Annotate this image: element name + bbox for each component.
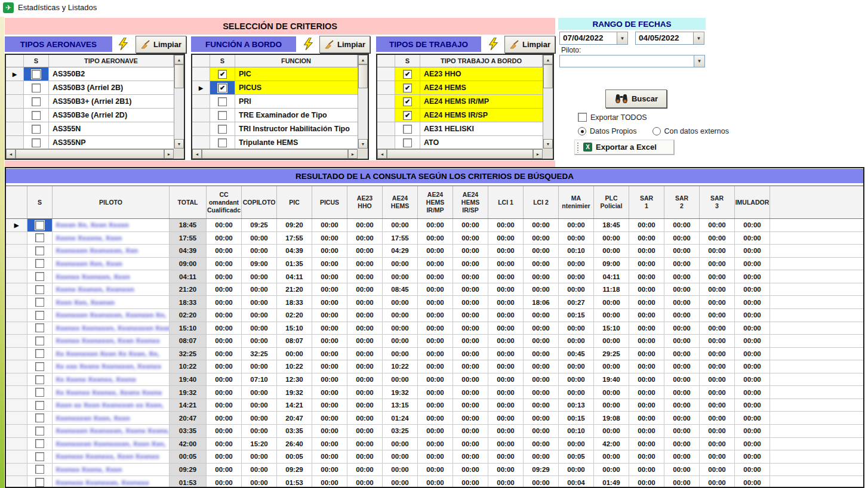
checkbox-cell[interactable]: ✔ <box>210 67 235 81</box>
checkbox-cell[interactable] <box>27 399 53 412</box>
clear-button-aeronaves[interactable]: Limpiar <box>136 36 186 53</box>
row-selector-cell[interactable] <box>192 122 210 135</box>
row-checkbox[interactable] <box>35 221 44 230</box>
row-selector-cell[interactable] <box>6 476 27 487</box>
list-item[interactable]: ▶AS350B2 <box>6 67 174 81</box>
clear-button-trabajo[interactable]: Limpiar <box>504 36 555 53</box>
row-checkbox[interactable] <box>35 465 44 474</box>
vertical-scrollbar[interactable]: ▲▼ <box>174 55 184 149</box>
row-checkbox[interactable]: ✔ <box>403 84 412 92</box>
checkbox-cell[interactable] <box>27 219 53 231</box>
checkbox-cell[interactable] <box>27 283 53 296</box>
list-item[interactable]: ✔AE24 HEMS <box>377 81 543 95</box>
row-checkbox[interactable] <box>218 125 227 134</box>
clear-button-funcion[interactable]: Limpiar <box>319 36 370 53</box>
horizontal-scroll-thumb[interactable] <box>387 149 533 159</box>
result-row[interactable]: Xxxnxxxn Xxxnxxxn, Xxxnxxn Xn,02:2000:00… <box>6 309 863 322</box>
checkbox-cell[interactable] <box>27 373 53 386</box>
row-checkbox[interactable] <box>32 111 41 120</box>
checkbox-cell[interactable] <box>27 258 53 270</box>
row-checkbox[interactable] <box>35 362 44 371</box>
row-checkbox[interactable] <box>32 97 41 106</box>
date-to-combobox[interactable]: 04/05/2022 ▼ <box>635 32 704 45</box>
row-selector-cell[interactable] <box>6 136 24 149</box>
checkbox-cell[interactable]: ✔ <box>395 109 420 122</box>
checkbox-cell[interactable] <box>27 360 53 373</box>
scroll-up-button[interactable]: ▲ <box>358 55 368 64</box>
row-checkbox[interactable] <box>32 125 41 134</box>
result-row[interactable]: Xx Xxxnxxxn Xxxn Xx Xxxn, Xn,32:2500:003… <box>6 348 863 361</box>
result-row[interactable]: Xxxnxxxn Xxn, Xxxn09:0000:0009:0001:3500… <box>6 258 863 271</box>
export-excel-button[interactable]: X Exportar a Excel <box>574 140 675 155</box>
row-selector-cell[interactable] <box>6 399 27 412</box>
scroll-left-button[interactable]: ◄ <box>6 149 16 159</box>
result-row[interactable]: Xxxnxxx Xxxnxxx, Xxxn Xxxnxx00:0500:0000… <box>6 450 863 464</box>
list-item[interactable]: AS355N <box>6 122 174 136</box>
row-checkbox[interactable] <box>403 125 412 134</box>
checkbox-cell[interactable] <box>27 412 53 424</box>
checkbox-cell[interactable] <box>27 438 53 450</box>
result-row[interactable]: Xxxn xx Xxxn Xxxnxxxn xx Xxxn,14:2100:00… <box>6 399 863 412</box>
row-checkbox[interactable] <box>35 427 44 436</box>
result-row[interactable]: Xx Xxxnx Xxxnxx, Xxxnx19:4000:0007:1012:… <box>6 373 863 387</box>
row-checkbox[interactable] <box>35 401 44 410</box>
checkbox-cell[interactable] <box>27 464 53 476</box>
row-selector-cell[interactable] <box>6 270 27 283</box>
row-selector-cell[interactable] <box>6 95 24 108</box>
row-selector-cell[interactable] <box>6 412 27 424</box>
list-item[interactable]: AS350B3 (Arriel 2B) <box>6 81 174 95</box>
row-selector-cell[interactable] <box>6 438 27 450</box>
checkbox-cell[interactable] <box>210 136 235 149</box>
list-item[interactable]: ✔AE24 HEMS IR/SP <box>377 109 543 122</box>
checkbox-cell[interactable] <box>24 81 49 94</box>
result-row[interactable]: Xxxnxx Xxxnxxxn, Xxxn Xxxnxx08:0700:0000… <box>6 335 863 348</box>
results-grid-body[interactable]: ▶Xxxxn Xn, Xxxn Xxxxn18:4500:0009:2509:2… <box>6 219 863 487</box>
scroll-down-button[interactable]: ▼ <box>543 139 553 149</box>
row-selector-cell[interactable] <box>6 360 27 373</box>
checkbox-cell[interactable] <box>27 309 53 322</box>
result-row[interactable]: Xxxnx Xxxxnx, Xxxn17:5500:0000:0017:5500… <box>6 232 863 245</box>
scroll-down-button[interactable]: ▼ <box>174 139 184 149</box>
result-row[interactable]: Xxxnxx Xxxnx, Xxxn09:2900:0000:0009:2900… <box>6 464 863 477</box>
list-item[interactable]: ATO <box>377 136 543 149</box>
row-checkbox[interactable] <box>35 323 44 332</box>
scroll-up-button[interactable]: ▲ <box>174 55 184 64</box>
row-checkbox[interactable] <box>35 259 44 268</box>
row-checkbox[interactable]: ✔ <box>218 70 227 79</box>
radio-con-datos-externos[interactable] <box>652 127 661 135</box>
list-item[interactable]: ✔AE23 HHO <box>377 67 543 81</box>
scroll-down-button[interactable]: ▼ <box>358 139 368 149</box>
chevron-down-icon[interactable]: ▼ <box>693 32 704 44</box>
row-selector-cell[interactable] <box>192 95 210 108</box>
scroll-right-button[interactable]: ► <box>533 149 543 159</box>
list-item[interactable]: AS355NP <box>6 136 174 149</box>
search-button[interactable]: Buscar <box>605 89 667 108</box>
row-selector-cell[interactable] <box>6 309 27 322</box>
result-row[interactable]: Xxxnxx Xxxnxxn, Xxxn04:1100:0000:0004:11… <box>6 270 863 283</box>
horizontal-scrollbar[interactable]: ◄► <box>377 149 543 159</box>
row-selector-cell[interactable] <box>6 81 24 94</box>
row-selector-cell[interactable] <box>6 245 27 257</box>
grid-tipos-aeronaves[interactable]: STIPO AERONAVE▶AS350B2AS350B3 (Arriel 2B… <box>5 54 185 160</box>
list-item[interactable]: AS350B3+ (Arriel 2B1) <box>6 95 174 109</box>
horizontal-scrollbar[interactable]: ◄► <box>192 149 358 159</box>
row-selector-cell[interactable]: ▶ <box>6 219 27 231</box>
row-selector-cell[interactable] <box>6 122 24 135</box>
result-row[interactable]: Xx xxx Xxxnx Xxxnxxxn, Xxxnxx10:2200:000… <box>6 360 863 373</box>
pilot-combobox[interactable]: ▼ <box>559 55 705 67</box>
checkbox-cell[interactable]: ✔ <box>395 95 420 108</box>
checkbox-cell[interactable] <box>24 109 49 122</box>
checkbox-cell[interactable] <box>27 450 53 463</box>
row-selector-cell[interactable] <box>6 109 24 122</box>
horizontal-scroll-thumb[interactable] <box>16 149 164 159</box>
row-selector-cell[interactable] <box>6 283 27 296</box>
list-item[interactable]: TRE Examinador de Tipo <box>192 109 358 122</box>
row-checkbox[interactable] <box>35 452 44 461</box>
row-selector-cell[interactable] <box>377 136 395 149</box>
row-checkbox[interactable] <box>35 233 44 242</box>
row-checkbox[interactable]: ✔ <box>403 111 412 120</box>
result-row[interactable]: Xxxnxxxxn Xxxnxxxxn, Xxxn Xxn,42:0000:00… <box>6 438 863 451</box>
checkbox-cell[interactable] <box>27 476 53 487</box>
list-item[interactable]: AE31 HELISKI <box>377 122 543 136</box>
result-row[interactable]: Xxxnxxxxn Xxxn, Xxxn20:4700:0000:0020:47… <box>6 412 863 425</box>
